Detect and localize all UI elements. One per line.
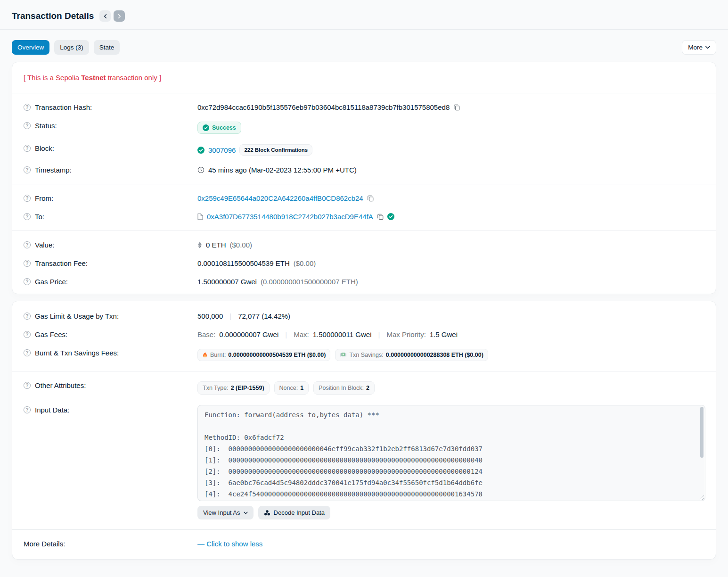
value-amount: 0 ETH	[206, 241, 226, 249]
details-card: Gas Limit & Usage by Txn: 500,000 | 72,0…	[12, 301, 716, 560]
help-icon[interactable]	[24, 406, 31, 413]
tab-overview[interactable]: Overview	[12, 40, 49, 55]
row-status: Status: Success	[24, 116, 704, 139]
status-badge: Success	[197, 122, 241, 134]
gas-price-amount: 1.500000007 Gwei	[197, 278, 257, 286]
more-dropdown-button[interactable]: More	[682, 40, 716, 55]
resize-handle-icon[interactable]	[699, 495, 704, 500]
tab-state[interactable]: State	[94, 40, 120, 55]
position-in-block-value: 2	[366, 385, 369, 391]
next-transaction-button[interactable]	[114, 10, 125, 22]
input-data-label: Input Data:	[35, 406, 69, 414]
input-data-actions: View Input As Decode Input Data	[197, 506, 704, 519]
show-less-link[interactable]: — Click to show less	[197, 540, 262, 548]
from-address-link[interactable]: 0x259c49E65644a020C2A642260a4ffB0CD862cb…	[197, 194, 363, 202]
divider	[12, 93, 716, 93]
base-fee-value: 0.000000007 Gwei	[219, 330, 278, 338]
block-number-link[interactable]: 3007096	[208, 146, 236, 154]
gas-price-eth: (0.000000001500000007 ETH)	[261, 278, 358, 286]
row-gas-price: Gas Price: 1.500000007 Gwei (0.000000001…	[24, 272, 704, 291]
transaction-hash-label: Transaction Hash:	[35, 103, 92, 111]
separator: |	[376, 330, 383, 338]
timestamp-value: 45 mins ago (Mar-02-2023 12:55:00 PM +UT…	[208, 166, 357, 174]
verified-check-icon	[387, 213, 394, 220]
divider	[12, 184, 716, 184]
from-label: From:	[35, 194, 53, 202]
timestamp-label: Timestamp:	[35, 166, 72, 174]
burnt-fee-value: 0.000000000000504539 ETH ($0.00)	[228, 352, 326, 358]
help-icon[interactable]	[24, 313, 31, 320]
burnt-savings-label: Burnt & Txn Savings Fees:	[35, 349, 119, 357]
help-icon[interactable]	[24, 331, 31, 338]
help-icon[interactable]	[24, 349, 31, 356]
row-burnt-savings: Burnt & Txn Savings Fees: Burnt: 0.00000…	[24, 344, 704, 366]
burnt-fee-label: Burnt:	[210, 352, 226, 358]
help-icon[interactable]	[24, 166, 31, 173]
view-input-as-button[interactable]: View Input As	[197, 506, 254, 519]
transaction-fee-amount: 0.000108115500504539 ETH	[197, 259, 290, 267]
decode-input-data-label: Decode Input Data	[274, 509, 325, 516]
help-icon[interactable]	[24, 122, 31, 129]
page-title: Transaction Details	[12, 11, 94, 21]
chevron-down-icon	[705, 46, 710, 49]
chevron-left-icon	[103, 14, 107, 18]
txn-savings-badge: Txn Savings: 0.000000000000288308 ETH ($…	[335, 349, 488, 361]
row-gas-limit-usage: Gas Limit & Usage by Txn: 500,000 | 72,0…	[24, 307, 704, 325]
divider	[12, 529, 716, 530]
previous-transaction-button[interactable]	[99, 10, 111, 22]
flame-icon	[202, 352, 208, 358]
transaction-fee-label: Transaction Fee:	[35, 259, 88, 267]
max-fee-value: 1.500000011 Gwei	[313, 330, 372, 338]
transaction-fee-usd: ($0.00)	[294, 259, 316, 267]
help-icon[interactable]	[24, 241, 31, 248]
help-icon[interactable]	[24, 260, 31, 267]
to-address-link[interactable]: 0xA3f07D6773514480b918C2742b027b3acD9E44…	[207, 213, 373, 221]
row-timestamp: Timestamp: 45 mins ago (Mar-02-2023 12:5…	[24, 161, 704, 179]
max-priority-label: Max Priority:	[386, 330, 425, 338]
copy-icon[interactable]	[367, 195, 374, 202]
gas-limit-value: 500,000	[197, 312, 223, 320]
copy-icon[interactable]	[377, 213, 384, 220]
view-input-as-label: View Input As	[203, 509, 240, 516]
money-wings-icon	[340, 352, 347, 358]
to-label: To:	[35, 213, 44, 221]
chevron-right-icon	[117, 14, 122, 18]
position-in-block-badge: Position In Block: 2	[313, 381, 375, 395]
gas-price-label: Gas Price:	[35, 278, 68, 286]
txn-type-value: 2 (EIP-1559)	[231, 385, 264, 391]
input-data-textarea[interactable]: Function: forward(address to,bytes data)…	[197, 405, 705, 501]
help-icon[interactable]	[24, 213, 31, 220]
nonce-label: Nonce:	[279, 385, 298, 391]
testnet-notice-bold: Testnet	[81, 74, 106, 82]
value-label: Value:	[35, 241, 54, 249]
help-icon[interactable]	[24, 278, 31, 285]
nonce-badge: Nonce: 1	[274, 381, 309, 395]
decode-input-data-button[interactable]: Decode Input Data	[258, 506, 330, 519]
row-transaction-hash: Transaction Hash: 0xc72d984ccac6190b5f13…	[24, 98, 704, 116]
separator: |	[282, 330, 290, 338]
scrollbar-thumb[interactable]	[700, 407, 703, 458]
page-header: Transaction Details	[0, 0, 728, 22]
copy-icon[interactable]	[453, 104, 460, 111]
status-badge-text: Success	[212, 124, 236, 131]
more-details-label: More Details:	[24, 540, 65, 548]
ethereum-icon	[197, 241, 202, 248]
txn-type-label: Txn Type:	[203, 385, 229, 391]
help-icon[interactable]	[24, 195, 31, 202]
contract-file-icon	[197, 213, 203, 220]
testnet-notice: [ This is a Sepolia Testnet transaction …	[24, 65, 704, 88]
other-attributes-label: Other Attributes:	[35, 381, 86, 389]
row-block: Block: 3007096 222 Block Confirmations	[24, 139, 704, 161]
txn-savings-label: Txn Savings:	[349, 352, 383, 358]
help-icon[interactable]	[24, 145, 31, 152]
value-usd: ($0.00)	[230, 241, 253, 249]
help-icon[interactable]	[24, 382, 31, 389]
row-from: From: 0x259c49E65644a020C2A642260a4ffB0C…	[24, 189, 704, 207]
row-value: Value: 0 ETH ($0.00)	[24, 236, 704, 254]
row-more-details: More Details: — Click to show less	[24, 535, 704, 556]
tabs-bar: Overview Logs (3) State More	[0, 30, 728, 62]
help-icon[interactable]	[24, 104, 31, 111]
tab-logs[interactable]: Logs (3)	[54, 40, 89, 55]
gas-fees-label: Gas Fees:	[35, 330, 67, 338]
block-label: Block:	[35, 144, 54, 152]
